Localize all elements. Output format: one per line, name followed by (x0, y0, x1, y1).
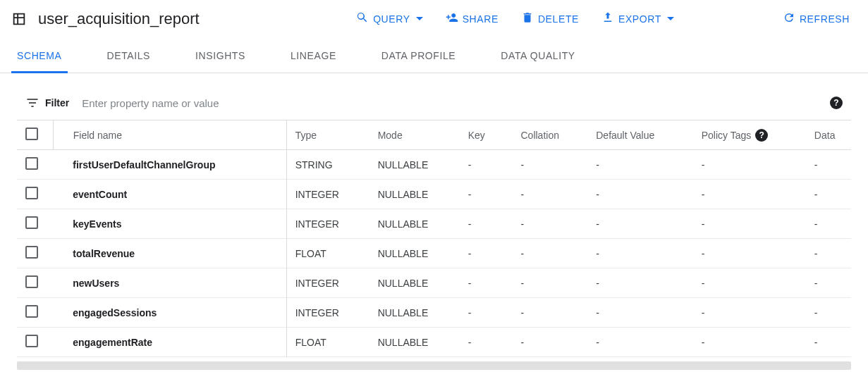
row-checkbox-cell (17, 328, 53, 357)
row-checkbox-cell (17, 268, 53, 298)
cell-key: - (460, 209, 513, 239)
header-default-value[interactable]: Default Value (587, 120, 692, 150)
header-collation[interactable]: Collation (512, 120, 587, 150)
cell-mode: NULLABLE (369, 180, 460, 209)
tab-lineage[interactable]: LINEAGE (285, 40, 342, 73)
cell-collation: - (512, 328, 587, 357)
export-label: EXPORT (618, 13, 661, 25)
row-checkbox[interactable] (25, 275, 38, 288)
cell-field-name: eventCount (53, 180, 286, 209)
cell-type: INTEGER (286, 268, 369, 298)
row-checkbox-cell (17, 239, 53, 268)
cell-default: - (587, 180, 692, 209)
cell-type: FLOAT (286, 239, 369, 268)
table-icon (11, 11, 27, 27)
cell-data: - (806, 268, 851, 298)
query-label: QUERY (373, 13, 410, 25)
refresh-label: REFRESH (800, 13, 850, 25)
row-checkbox-cell (17, 180, 53, 209)
header-key[interactable]: Key (460, 120, 513, 150)
cell-collation: - (512, 268, 587, 298)
cell-collation: - (512, 150, 587, 180)
cell-data: - (806, 298, 851, 328)
cell-mode: NULLABLE (369, 209, 460, 239)
cell-type: STRING (286, 150, 369, 180)
table-row: keyEventsINTEGERNULLABLE----- (17, 209, 851, 239)
header-data[interactable]: Data (806, 120, 851, 150)
cell-type: INTEGER (286, 209, 369, 239)
table-row: totalRevenueFLOATNULLABLE----- (17, 239, 851, 268)
table-row: engagedSessionsINTEGERNULLABLE----- (17, 298, 851, 328)
table-row: newUsersINTEGERNULLABLE----- (17, 268, 851, 298)
help-icon[interactable]: ? (830, 97, 843, 109)
cell-collation: - (512, 180, 587, 209)
tab-details[interactable]: DETAILS (102, 40, 157, 73)
refresh-button[interactable]: REFRESH (776, 7, 857, 30)
select-all-checkbox[interactable] (25, 128, 38, 140)
cell-policy-tags: - (693, 268, 806, 298)
cell-default: - (587, 268, 692, 298)
cell-mode: NULLABLE (369, 328, 460, 357)
tab-data-profile[interactable]: DATA PROFILE (376, 40, 461, 73)
filter-icon (25, 96, 39, 110)
row-checkbox[interactable] (25, 305, 38, 318)
row-checkbox-cell (17, 150, 53, 180)
share-button[interactable]: SHARE (439, 7, 506, 30)
search-icon (356, 11, 369, 26)
cell-mode: NULLABLE (369, 298, 460, 328)
cell-default: - (587, 328, 692, 357)
horizontal-scrollbar[interactable] (17, 361, 851, 370)
row-checkbox[interactable] (25, 246, 38, 259)
tabs: SCHEMA DETAILS INSIGHTS LINEAGE DATA PRO… (0, 40, 868, 73)
cell-policy-tags: - (693, 328, 806, 357)
table-row: eventCountINTEGERNULLABLE----- (17, 180, 851, 209)
cell-key: - (460, 298, 513, 328)
export-button[interactable]: EXPORT (594, 7, 681, 30)
page-title: user_acquisition_report (38, 10, 200, 28)
schema-content: Filter ? Field name Type Mode Key Collat… (0, 73, 868, 370)
cell-data: - (806, 209, 851, 239)
row-checkbox[interactable] (25, 216, 38, 229)
cell-collation: - (512, 239, 587, 268)
tab-data-quality[interactable]: DATA QUALITY (495, 40, 580, 73)
delete-label: DELETE (538, 13, 579, 25)
row-checkbox[interactable] (25, 335, 38, 347)
filter-row: Filter ? (17, 90, 851, 120)
header-policy-tags[interactable]: Policy Tags ? (693, 120, 806, 150)
cell-default: - (587, 150, 692, 180)
header-mode[interactable]: Mode (369, 120, 460, 150)
cell-data: - (806, 239, 851, 268)
cell-key: - (460, 328, 513, 357)
help-icon[interactable]: ? (755, 129, 768, 142)
cell-type: INTEGER (286, 298, 369, 328)
header-field-name[interactable]: Field name (53, 120, 286, 150)
tab-insights[interactable]: INSIGHTS (190, 40, 251, 73)
query-button[interactable]: QUERY (349, 7, 430, 30)
tab-schema[interactable]: SCHEMA (11, 40, 68, 73)
cell-policy-tags: - (693, 180, 806, 209)
cell-field-name: keyEvents (53, 209, 286, 239)
cell-collation: - (512, 298, 587, 328)
cell-mode: NULLABLE (369, 150, 460, 180)
schema-table-wrap: Field name Type Mode Key Collation Defau… (17, 120, 851, 357)
row-checkbox[interactable] (25, 157, 38, 170)
header-type[interactable]: Type (286, 120, 369, 150)
cell-key: - (460, 180, 513, 209)
cell-mode: NULLABLE (369, 239, 460, 268)
row-checkbox[interactable] (25, 187, 38, 199)
cell-data: - (806, 180, 851, 209)
chevron-down-icon (667, 17, 674, 20)
cell-default: - (587, 239, 692, 268)
filter-input[interactable] (80, 97, 830, 110)
refresh-icon (783, 11, 795, 26)
cell-type: INTEGER (286, 180, 369, 209)
table-row: engagementRateFLOATNULLABLE----- (17, 328, 851, 357)
filter-label: Filter (45, 97, 69, 108)
row-checkbox-cell (17, 298, 53, 328)
cell-mode: NULLABLE (369, 268, 460, 298)
cell-field-name: newUsers (53, 268, 286, 298)
delete-button[interactable]: DELETE (514, 7, 586, 30)
cell-default: - (587, 209, 692, 239)
cell-collation: - (512, 209, 587, 239)
header-policy-tags-label: Policy Tags (702, 130, 752, 141)
